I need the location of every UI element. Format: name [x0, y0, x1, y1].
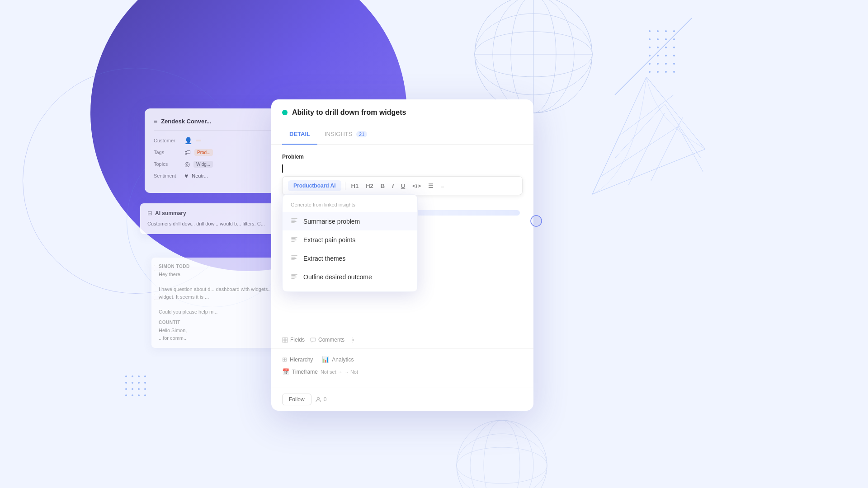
panel-bottom-bar: Fields Comments	[271, 331, 533, 348]
extract-themes-label: Extract themes	[303, 255, 345, 262]
toolbar-h1-button[interactable]: H1	[349, 181, 361, 191]
timeframe-icon: 📅	[282, 368, 289, 375]
svg-point-35	[317, 398, 319, 400]
main-panel: Ability to drill down from widgets DETAI…	[271, 99, 533, 411]
tab-detail-label: DETAIL	[289, 131, 310, 137]
cursor-area	[530, 215, 542, 229]
tab-detail[interactable]: DETAIL	[282, 124, 317, 145]
svg-rect-31	[285, 338, 288, 340]
ai-dropdown: Generate from linked insights Summarise …	[282, 194, 418, 292]
toolbar-italic-button[interactable]: I	[390, 181, 396, 191]
follower-count: 0	[315, 396, 327, 403]
svg-point-34	[352, 339, 354, 341]
toolbar-h2-button[interactable]: H2	[363, 181, 376, 191]
text-cursor	[282, 164, 283, 173]
dot-grid-bottom-left	[122, 372, 147, 398]
timeframe-field: 📅 Timeframe Not set → → Not	[282, 368, 358, 375]
ai-pain-points-item[interactable]: Extract pain points	[283, 230, 417, 249]
topics-value: Widg...	[193, 161, 213, 168]
tab-insights-badge: 21	[356, 131, 367, 137]
summarise-icon	[291, 217, 298, 225]
customer-label: Customer	[154, 138, 181, 143]
ai-summary-icon: ⊟	[147, 210, 152, 216]
pain-points-label: Extract pain points	[303, 236, 355, 244]
comments-icon	[310, 337, 316, 343]
comments-button[interactable]: Comments	[310, 337, 344, 343]
card-row-tags: Tags 🏷 Prod...	[154, 149, 289, 156]
extract-themes-icon	[291, 254, 298, 263]
ai-extract-themes-item[interactable]: Extract themes	[283, 249, 417, 267]
follower-count-value: 0	[324, 396, 327, 403]
sentiment-label: Sentiment	[154, 173, 181, 178]
pain-points-icon	[291, 235, 298, 244]
hierarchy-icon: ⊞	[282, 356, 287, 363]
svg-point-8	[470, 420, 533, 488]
analytics-icon: 📊	[322, 356, 329, 363]
svg-point-29	[531, 216, 542, 226]
timeframe-label: Timeframe	[292, 369, 318, 375]
fields-row-1: ⊞ Hierarchy 📊 Analytics	[282, 356, 523, 363]
wireframe-sphere-bottom-icon	[452, 416, 552, 488]
toolbar-divider-1	[345, 182, 345, 190]
card-row-topics: Topics ◎ Widg...	[154, 160, 289, 168]
panel-follow-bar: Follow 0	[271, 388, 533, 411]
summarise-label: Summarise problem	[303, 218, 360, 225]
analytics-field: 📊 Analytics	[322, 356, 354, 363]
follow-button[interactable]: Follow	[282, 394, 311, 405]
fields-button[interactable]: Fields	[282, 337, 305, 343]
card-row-sentiment: Sentiment ♥ Neutr...	[154, 172, 289, 179]
problem-section-label: Problem	[282, 154, 523, 160]
follower-icon	[315, 396, 321, 403]
ai-summarise-item[interactable]: Summarise problem	[283, 212, 417, 230]
fields-label: Fields	[290, 337, 305, 343]
hierarchy-label: Hierarchy	[290, 357, 313, 363]
diagonal-line-icon	[610, 14, 701, 104]
svg-point-7	[457, 420, 547, 488]
productboard-ai-button[interactable]: Productboard AI	[288, 180, 341, 191]
chat-sender-2: Countit	[159, 320, 289, 325]
comments-label: Comments	[318, 337, 344, 343]
toolbar-ordered-list-button[interactable]: ≡	[439, 181, 447, 191]
settings-icon	[350, 337, 356, 343]
toolbar-bold-button[interactable]: B	[378, 181, 387, 191]
card-row-customer: Customer 👤	[154, 137, 289, 144]
panel-tabs: DETAIL INSIGHTS 21	[271, 124, 533, 145]
toolbar-code-button[interactable]: </>	[410, 181, 423, 191]
topics-label: Topics	[154, 161, 181, 167]
toolbar-underline-button[interactable]: U	[399, 181, 407, 191]
chat-message-2: Hello Simon,...for comm...	[159, 327, 289, 342]
toolbar-list-button[interactable]: ☰	[426, 181, 436, 191]
cursor-icon	[530, 215, 542, 227]
sentiment-value: Neutr...	[192, 173, 208, 178]
ai-dropdown-section-label: Generate from linked insights	[283, 200, 417, 212]
settings-button[interactable]	[350, 337, 356, 343]
zendesk-card-header: ≡ Zendesk Conver...	[154, 117, 289, 131]
panel-header: Ability to drill down from widgets	[271, 99, 533, 124]
outline-outcome-label: Outline desired outcome	[303, 273, 372, 281]
panel-status-dot	[282, 110, 288, 115]
chat-message-1: Hey there,I have question about d... das…	[159, 271, 289, 315]
ai-summary-title: AI summary	[155, 210, 186, 216]
svg-rect-32	[283, 340, 285, 343]
customer-icon: 👤	[184, 137, 192, 144]
svg-point-9	[484, 420, 520, 488]
ai-outline-outcome-item[interactable]: Outline desired outcome	[283, 267, 417, 286]
zendesk-card-title: Zendesk Conver...	[161, 118, 211, 125]
outline-outcome-icon	[291, 272, 298, 281]
sentiment-icon: ♥	[184, 172, 188, 179]
analytics-label: Analytics	[332, 357, 354, 363]
panel-body: Problem Productboard AI H1 H2 B I U </> …	[271, 145, 533, 204]
tags-value: Prod...	[194, 149, 213, 156]
timeframe-value: Not set → → Not	[321, 369, 358, 375]
chat-sender-1: SIMON TODD	[159, 264, 289, 269]
panel-title: Ability to drill down from widgets	[292, 108, 406, 117]
customer-badge	[196, 140, 201, 141]
editor-toolbar: Productboard AI H1 H2 B I U </> ☰ ≡	[282, 176, 523, 195]
fields-icon	[282, 337, 288, 343]
svg-rect-33	[285, 340, 288, 343]
svg-rect-30	[283, 338, 285, 340]
tab-insights[interactable]: INSIGHTS 21	[317, 124, 374, 145]
tab-insights-label: INSIGHTS	[325, 131, 352, 137]
topics-icon: ◎	[184, 160, 190, 168]
svg-line-12	[615, 18, 692, 95]
